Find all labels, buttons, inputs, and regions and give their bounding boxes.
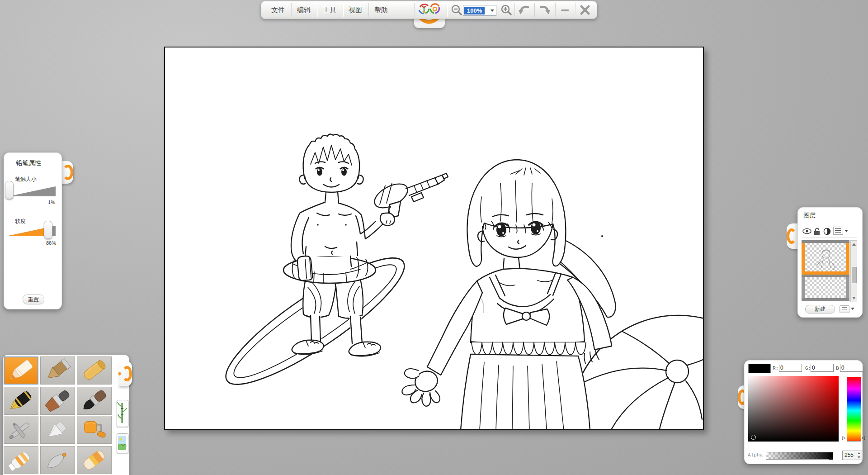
layer-menu-button[interactable] — [833, 227, 843, 235]
zoom-in-icon[interactable] — [500, 4, 513, 16]
sv-selection-marker[interactable] — [751, 435, 756, 440]
menu-tools[interactable]: 工具 — [317, 1, 342, 19]
paint-roller-icon — [77, 416, 111, 443]
layers-panel: 图层 — [797, 207, 863, 318]
blue-input[interactable] — [840, 364, 863, 372]
current-color-swatch[interactable] — [748, 364, 771, 373]
tab-dot-icon — [118, 372, 121, 375]
paint-bottle-icon — [41, 416, 75, 443]
tool-airbrush[interactable] — [4, 416, 38, 444]
beach-ball-drawing — [571, 315, 703, 429]
tool-pencil[interactable] — [4, 356, 38, 385]
texture-image-button[interactable] — [117, 433, 128, 453]
tab-ring-icon — [122, 366, 132, 381]
redo-button[interactable] — [538, 4, 551, 16]
list-icon — [842, 307, 847, 311]
color-picker-panel: R: G: B: ▷ ◁ Alpha 255 — [744, 360, 863, 464]
pencil-icon — [5, 357, 38, 384]
zoom-level-value: 100% — [464, 7, 485, 14]
tool-ink-brush[interactable] — [77, 387, 112, 415]
red-input[interactable] — [779, 364, 802, 372]
flat-brush-icon — [41, 387, 75, 414]
list-icon — [835, 228, 841, 233]
canvas-artwork — [165, 48, 703, 429]
chevron-down-icon[interactable] — [491, 10, 494, 12]
panel-title: 铅笔属性 — [16, 159, 41, 167]
tool-eraser[interactable] — [77, 446, 112, 474]
chevron-down-icon[interactable] — [851, 308, 854, 310]
layer-blend-icon[interactable] — [823, 228, 831, 235]
hue-marker-right-icon[interactable]: ◁ — [861, 435, 865, 440]
close-button[interactable] — [579, 4, 591, 16]
alpha-value: 255 — [844, 452, 854, 458]
tool-paint-bottle[interactable] — [40, 416, 75, 444]
tool-pastel[interactable] — [77, 356, 112, 385]
saturation-value-field[interactable] — [748, 376, 839, 442]
layer-row-selected[interactable] — [802, 243, 849, 275]
alpha-marker-icon[interactable] — [829, 456, 833, 460]
brush-size-value: 1% — [48, 200, 55, 205]
chevron-down-icon[interactable] — [844, 230, 848, 232]
layer-thumbnail-sketch — [805, 243, 846, 271]
green-input[interactable] — [811, 364, 834, 372]
minimize-button[interactable] — [559, 4, 571, 16]
softness-value: 86% — [46, 240, 56, 246]
spin-down-icon[interactable] — [858, 456, 860, 458]
fountain-pen-icon — [4, 387, 38, 414]
tool-fountain-pen[interactable] — [4, 387, 38, 415]
alpha-label: Alpha — [748, 452, 763, 458]
pencil-properties-panel: 铅笔属性 笔触大小 1% 软度 86% 重置 — [4, 152, 62, 309]
bamboo-icon — [117, 400, 127, 426]
texture-image-icon — [117, 434, 127, 452]
alpha-spinner[interactable]: 255 — [842, 451, 862, 460]
brush-size-slider-handle[interactable] — [5, 181, 14, 199]
layer-lock-icon[interactable] — [813, 228, 821, 235]
red-label: R: — [773, 366, 778, 371]
layer-row-empty[interactable] — [802, 277, 849, 298]
scroll-down-icon[interactable] — [852, 297, 856, 299]
spin-up-icon[interactable] — [858, 452, 860, 454]
reset-button[interactable]: 重置 — [23, 294, 44, 304]
app-window: 文件 编辑 工具 视图 帮助 100% — [0, 0, 868, 475]
undo-button[interactable] — [518, 4, 531, 16]
girl-drawing — [402, 160, 615, 429]
zoom-level-select[interactable]: 100% — [463, 5, 496, 16]
softness-slider-handle[interactable] — [44, 221, 52, 239]
hue-marker-left-icon[interactable]: ▷ — [842, 435, 846, 440]
layer-visibility-icon[interactable] — [802, 228, 811, 235]
alpha-slider[interactable] — [766, 452, 833, 460]
layer-list-scrollbar[interactable] — [850, 240, 857, 302]
scrollbar-thumb[interactable] — [852, 267, 857, 283]
tab-ring-icon — [62, 165, 73, 180]
tab-ring-icon — [787, 228, 797, 244]
tool-palette-panel — [3, 355, 129, 475]
pastel-icon — [77, 357, 111, 384]
palette-knife-icon — [41, 446, 75, 474]
zoom-out-icon[interactable] — [450, 4, 463, 16]
tool-marker-tube[interactable] — [4, 446, 38, 474]
new-layer-button[interactable]: 新建 — [805, 305, 835, 314]
hue-slider[interactable] — [847, 377, 861, 442]
tool-flat-brush[interactable] — [40, 387, 75, 415]
drawing-canvas[interactable] — [164, 47, 704, 430]
app-logo-icon — [416, 2, 441, 15]
scroll-up-icon[interactable] — [852, 243, 856, 246]
tool-charcoal-pencil[interactable] — [40, 356, 75, 385]
menu-edit[interactable]: 编辑 — [292, 1, 316, 19]
marker-tube-icon — [4, 446, 38, 474]
tool-paint-roller[interactable] — [77, 416, 112, 444]
menu-file[interactable]: 文件 — [266, 1, 290, 19]
layer-list — [802, 240, 849, 302]
softness-wedge[interactable] — [4, 222, 61, 238]
menu-view[interactable]: 视图 — [343, 1, 368, 19]
layer-separator — [802, 298, 849, 301]
bamboo-decor-button[interactable] — [117, 400, 128, 427]
minimize-icon — [561, 10, 569, 11]
menu-help[interactable]: 帮助 — [369, 1, 393, 19]
tool-palette-tab[interactable] — [118, 361, 132, 386]
charcoal-pencil-icon — [41, 357, 75, 384]
stray-dot — [601, 235, 603, 237]
ink-brush-icon — [77, 387, 111, 414]
tool-palette-knife[interactable] — [40, 446, 75, 474]
layer-options-button[interactable] — [840, 305, 849, 313]
